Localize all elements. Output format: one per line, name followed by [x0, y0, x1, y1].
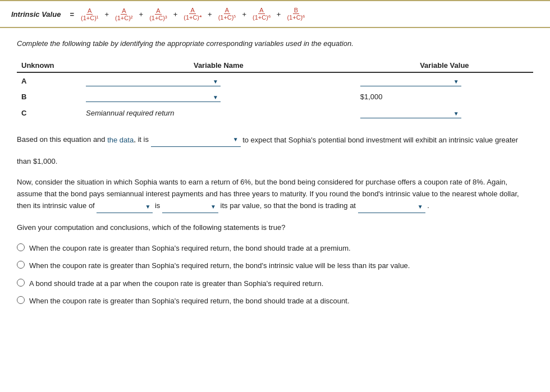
sentence1-dd-value	[151, 139, 231, 141]
radio-4[interactable]	[17, 296, 25, 304]
varname-a-dropdown[interactable]: ▼	[86, 77, 221, 86]
varname-c-static: Semiannual required return	[86, 109, 175, 117]
intrinsic-value-dd-arrow: ▼	[143, 201, 153, 213]
fraction-6: A (1+C)⁶	[251, 7, 272, 21]
para2: Now, consider the situation in which Sop…	[17, 177, 533, 213]
main-content: Complete the following table by identify…	[0, 28, 550, 325]
varname-a-cell: ▼	[81, 72, 356, 89]
option-1-label: When the coupon rate is greater than Sop…	[29, 243, 351, 254]
sentence1-continuation: than $1,000.	[17, 156, 533, 168]
unknown-c: C	[17, 105, 81, 121]
trading-at-dd-arrow: ▼	[415, 201, 425, 213]
varname-c-cell: Semiannual required return	[81, 105, 356, 121]
varname-b-value	[86, 96, 210, 99]
sentence1-dropdown[interactable]: ▼	[151, 133, 241, 147]
varname-b-arrow: ▼	[210, 93, 221, 102]
option-2-label: When the coupon rate is greater than Sop…	[29, 260, 410, 271]
table-row: C Semiannual required return ▼	[17, 105, 533, 121]
radio-3[interactable]	[17, 279, 25, 287]
col-header-unknown: Unknown	[17, 59, 81, 72]
radio-group: When the coupon rate is greater than Sop…	[17, 243, 533, 307]
intrinsic-value-dd-value	[97, 206, 143, 208]
radio-1[interactable]	[17, 243, 25, 251]
varvalue-c-arrow: ▼	[451, 109, 461, 118]
comparison-dd-arrow: ▼	[208, 201, 218, 213]
unknown-b: B	[17, 89, 81, 105]
table-row: A ▼ ▼	[17, 72, 533, 89]
sentence1-dd-arrow: ▼	[231, 133, 241, 146]
fraction-1: A (1+C)¹	[80, 7, 99, 21]
formula-eq-sign: =	[70, 10, 74, 19]
varvalue-c-value	[360, 112, 451, 114]
varname-b-dropdown[interactable]: ▼	[86, 93, 221, 102]
fraction-5: A (1+C)⁵	[217, 7, 237, 21]
radio-2[interactable]	[17, 261, 25, 269]
col-header-varname: Variable Name	[81, 59, 356, 72]
varvalue-b-static: $1,000	[360, 93, 383, 101]
varname-a-value	[86, 80, 210, 82]
radio-item-2: When the coupon rate is greater than Sop…	[17, 260, 533, 271]
varvalue-a-arrow: ▼	[451, 77, 461, 86]
fraction-4: A (1+C)⁴	[182, 7, 203, 21]
instruction-text: Complete the following table by identify…	[17, 39, 533, 48]
question-text: Given your computation and conclusions, …	[17, 222, 533, 234]
formula-label: Intrinsic Value	[11, 10, 61, 19]
trading-at-dropdown[interactable]: ▼	[358, 201, 425, 213]
varname-b-cell: ▼	[81, 89, 356, 105]
radio-item-1: When the coupon rate is greater than Sop…	[17, 243, 533, 254]
varvalue-c-cell: ▼	[356, 105, 533, 121]
varvalue-a-value	[360, 80, 451, 82]
formula-bar: Intrinsic Value = A (1+C)¹ + A (1+C)² + …	[0, 0, 550, 28]
variable-table: Unknown Variable Name Variable Value A ▼	[17, 59, 533, 121]
option-3-label: A bond should trade at a par when the co…	[29, 278, 323, 289]
col-header-varvalue: Variable Value	[356, 59, 533, 72]
radio-item-3: A bond should trade at a par when the co…	[17, 278, 533, 289]
option-4-label: When the coupon rate is greater than Sop…	[29, 296, 350, 307]
varvalue-a-cell: ▼	[356, 72, 533, 89]
varvalue-c-dropdown[interactable]: ▼	[360, 109, 461, 118]
radio-item-4: When the coupon rate is greater than Sop…	[17, 296, 533, 307]
varvalue-a-dropdown[interactable]: ▼	[360, 77, 461, 86]
table-row: B ▼ $1,000	[17, 89, 533, 105]
comparison-dropdown[interactable]: ▼	[162, 201, 218, 213]
fraction-7: B (1+C)⁶	[286, 7, 306, 21]
sentence1-suffix: to expect that Sophia's potential bond i…	[242, 135, 518, 144]
varname-a-arrow: ▼	[210, 77, 221, 86]
varvalue-b-cell: $1,000	[356, 89, 533, 105]
comparison-dd-value	[162, 206, 208, 208]
sentence1-prefix: Based on this equation and the data, it …	[17, 135, 151, 144]
trading-at-dd-value	[358, 206, 415, 208]
intrinsic-value-dropdown[interactable]: ▼	[97, 201, 153, 213]
sentence-block-1: Based on this equation and the data, it …	[17, 132, 533, 147]
unknown-a: A	[17, 72, 81, 89]
fraction-3: A (1+C)³	[148, 7, 168, 21]
fraction-2: A (1+C)²	[114, 7, 134, 21]
